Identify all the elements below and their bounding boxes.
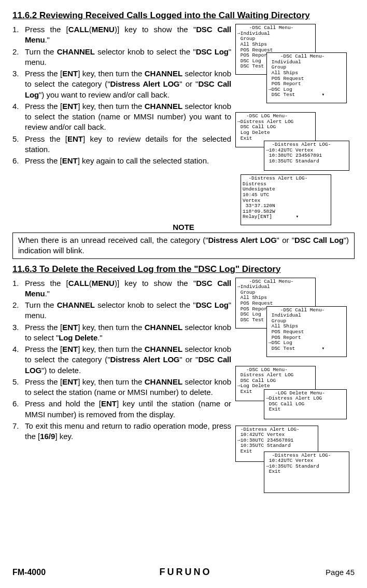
lcd-screen: -Distress Alert LOG- 10:42UTC Vertex →10… [264, 452, 349, 493]
step: 3.Press the [ENT] key, then turn the CHA… [12, 322, 231, 344]
section2-screens: -DSC Call Menu- →Individual Group All Sh… [235, 278, 355, 501]
section1-steps: 1.Press the [CALL(MENU)] key to show the… [12, 24, 231, 167]
step-num: 6. [12, 156, 25, 166]
step: 3.Press the [ENT] key, then turn the CHA… [12, 68, 231, 101]
section-heading-2: 11.6.3 To Delete the Received Log from t… [12, 264, 355, 275]
step: 5.Press the [ENT] key, then turn the CHA… [12, 376, 231, 399]
step-text: Turn the CHANNEL selector knob to select… [25, 300, 231, 321]
step-text: Press the [CALL(MENU)] key to show the "… [25, 24, 231, 46]
section2-text: 1.Press the [CALL(MENU)] key to show the… [12, 278, 231, 443]
lcd-screen: -DSC Call Menu- Individual Group All Shi… [266, 52, 347, 103]
footer-model: FM-4000 [12, 568, 46, 577]
step-num: 5. [12, 134, 25, 155]
lcd-screen: -Distress Alert LOG- →10:42UTC Vertex 10… [264, 141, 349, 171]
step-num: 5. [12, 377, 25, 398]
step-text: Turn the CHANNEL selector knob to select… [25, 47, 231, 68]
step-num: 3. [12, 322, 25, 344]
step-text: Press the [ENT] key, then turn the CHANN… [25, 69, 231, 100]
step-num: 3. [12, 69, 25, 100]
step: 2.Turn the CHANNEL selector knob to sele… [12, 46, 231, 69]
step: 7.To exit this menu and return to radio … [12, 420, 231, 443]
step-text: Press the [ENT] key to review details fo… [25, 134, 231, 155]
step-text: Press the [ENT] key, then turn the CHANN… [25, 101, 231, 133]
step-text: Press the [ENT] key again to call the se… [25, 156, 231, 166]
section-heading-1: 11.6.2 Reviewing Received Calls Logged i… [12, 10, 355, 21]
step-text: To exit this menu and return to radio op… [25, 421, 231, 442]
note-box: When there is an unread received call, t… [12, 233, 355, 259]
step-text: Press the [ENT] key, then turn the CHANN… [25, 377, 231, 398]
step: 5.Press the [ENT] key to review details … [12, 133, 231, 156]
step-text: Press and hold the [ENT] key until the s… [25, 399, 231, 420]
section1-screens: -DSC Call Menu- →Individual Group All Sh… [235, 24, 355, 218]
footer-brand: FURUNO [160, 567, 212, 578]
step: 6.Press the [ENT] key again to call the … [12, 155, 231, 167]
lcd-screen: -LOG Delete Menu- →Distress Alert LOG DS… [264, 389, 347, 419]
section2-steps: 1.Press the [CALL(MENU)] key to show the… [12, 278, 231, 443]
lcd-screen: -DSC Call Menu- Individual Group All Shi… [266, 306, 347, 357]
step-text: Press the [CALL(MENU)] key to show the "… [25, 278, 231, 299]
page-footer: FM-4000 FURUNO Page 45 [12, 567, 355, 578]
step-num: 2. [12, 47, 25, 68]
step-num: 4. [12, 344, 25, 376]
step: 1.Press the [CALL(MENU)] key to show the… [12, 278, 231, 300]
lcd-screen: -Distress Alert LOG- Distress Undesignat… [241, 174, 331, 225]
step-num: 7. [12, 421, 25, 442]
section1-text: 1.Press the [CALL(MENU)] key to show the… [12, 24, 231, 167]
step-num: 2. [12, 300, 25, 321]
page-container: 11.6.2 Reviewing Received Calls Logged i… [0, 0, 367, 588]
footer-page: Page 45 [326, 568, 355, 577]
step-num: 1. [12, 278, 25, 299]
section2-row: 1.Press the [CALL(MENU)] key to show the… [12, 278, 355, 501]
step-text: Press the [ENT] key, then turn the CHANN… [25, 344, 231, 376]
step-num: 4. [12, 101, 25, 133]
step: 4.Press the [ENT] key, then turn the CHA… [12, 344, 231, 376]
step: 1.Press the [CALL(MENU)] key to show the… [12, 24, 231, 46]
step-text: Press the [ENT] key, then turn the CHANN… [25, 322, 231, 344]
step-num: 1. [12, 24, 25, 46]
step: 4.Press the [ENT] key, then turn the CHA… [12, 101, 231, 133]
section1-row: 1.Press the [CALL(MENU)] key to show the… [12, 24, 355, 218]
step-num: 6. [12, 399, 25, 420]
step: 6.Press and hold the [ENT] key until the… [12, 398, 231, 420]
step: 2.Turn the CHANNEL selector knob to sele… [12, 299, 231, 322]
